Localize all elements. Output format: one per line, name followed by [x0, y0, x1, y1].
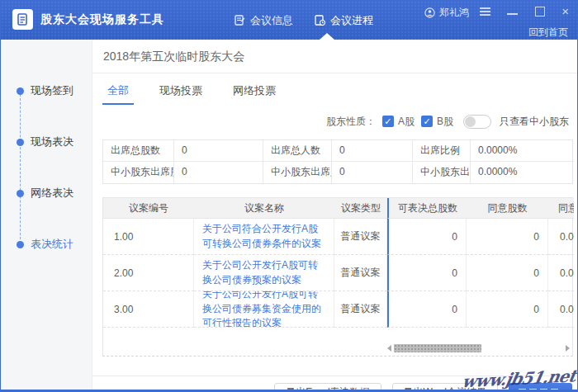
- checkbox-a-label: A股: [398, 115, 415, 129]
- proposal-no: 1.00: [103, 219, 194, 255]
- table-row: 2.00 关于公司公开发行A股可转换公司债券预案的议案 普通议案 0 0 0.0…: [103, 255, 572, 291]
- stat-value: 0.0000%: [471, 140, 574, 162]
- tab-network-votes[interactable]: 网络投票: [228, 81, 281, 105]
- proposal-name-link[interactable]: 关于公司公开发行A股可转换公司债券募集资金使用的可行性报告的议案: [194, 291, 334, 328]
- agree-ratio-value: 0.0000%: [548, 219, 574, 255]
- checkbox-b-label: B股: [437, 115, 453, 129]
- stat-value: 0.0000%: [471, 162, 574, 183]
- checkbox-checked-icon: ✓: [421, 116, 433, 127]
- menu-icon[interactable]: [480, 7, 490, 16]
- agree-shares-value: 0: [467, 219, 548, 255]
- agree-ratio-value: 0.0000%: [548, 255, 574, 291]
- vote-source-tabs: 全部 现场投票 网络投票: [92, 81, 577, 105]
- top-nav: 会议信息 会议进程: [235, 1, 373, 40]
- meeting-title: 2018年第五次临时股东大会: [92, 40, 577, 73]
- minimize-icon[interactable]: [507, 7, 518, 16]
- toggle-knob: [465, 116, 476, 127]
- col-header-votable-shares: 可表决总股数: [387, 198, 467, 219]
- stat-label: 中小股东出席股数: [103, 162, 174, 183]
- top-bar: 股东大会现场服务工具 会议信息: [1, 1, 577, 40]
- checkbox-a-shares[interactable]: ✓ A股: [382, 115, 415, 129]
- tab-all[interactable]: 全部: [102, 81, 134, 105]
- votable-shares-value: 0: [387, 255, 467, 291]
- scroll-left-icon[interactable]: [387, 345, 391, 352]
- user-menu[interactable]: 郑礼鸿: [424, 6, 469, 20]
- agree-ratio-value: 0.0000%: [548, 291, 574, 328]
- proposal-no: 3.00: [103, 291, 194, 328]
- step-dot-icon: [17, 139, 24, 146]
- step-label: 表决统计: [31, 237, 73, 252]
- proposal-no: 2.00: [103, 255, 194, 291]
- user-name: 郑礼鸿: [439, 6, 469, 20]
- stat-label: 中小股东出席比例: [413, 162, 471, 183]
- proposals-table: 议案编号 议案名称 议案类型 可表决总股数 同意股数 同意比例 1.00 关于公…: [102, 197, 573, 357]
- scroll-right-icon[interactable]: [566, 345, 570, 352]
- footer-buttons: 导出Excel表决数据 导出Word会议结果: [92, 376, 577, 392]
- step-dot-icon: [17, 87, 24, 95]
- window-controls: ×: [480, 7, 569, 16]
- nav-meeting-progress[interactable]: 会议进程: [315, 13, 373, 28]
- horizontal-scrollbar[interactable]: [387, 343, 570, 353]
- main-panel: 2018年第五次临时股东大会 全部 现场投票 网络投票 股东性质： ✓ A股 ✓…: [92, 40, 577, 390]
- export-excel-button[interactable]: 导出Excel表决数据: [274, 383, 381, 392]
- col-header-proposal-type: 议案类型: [334, 198, 387, 219]
- agree-shares-value: 0: [467, 255, 548, 291]
- proposal-name-link[interactable]: 关于公司符合公开发行A股可转换公司债券条件的议案: [194, 219, 334, 255]
- step-label: 现场签到: [31, 83, 73, 98]
- nav-meeting-info-label: 会议信息: [250, 13, 293, 28]
- scrollbar-thumb[interactable]: [394, 344, 481, 352]
- step-label: 网络表决: [31, 186, 73, 201]
- filter-label: 股东性质：: [326, 115, 376, 129]
- maximize-icon[interactable]: [534, 7, 545, 16]
- meeting-info-icon: [235, 15, 245, 26]
- attendance-stats-table: 出席总股数 0 出席总人数 0 出席比例 0.0000% 中小股东出席股数 0 …: [102, 139, 573, 184]
- sidebar-item-onsite-signin[interactable]: 现场签到: [1, 83, 92, 98]
- shareholder-filter-bar: 股东性质： ✓ A股 ✓ B股 只查看中小股东: [92, 113, 577, 130]
- proposal-type: 普通议案: [334, 219, 387, 255]
- toggle-label: 只查看中小股东: [500, 115, 569, 129]
- step-dot-icon: [17, 241, 24, 248]
- step-label: 现场表决: [31, 135, 73, 149]
- back-home-link[interactable]: 回到首页: [528, 26, 568, 40]
- agree-shares-value: 0: [467, 291, 548, 328]
- stat-label: 出席比例: [413, 140, 471, 162]
- checkbox-b-shares[interactable]: ✓ B股: [421, 115, 453, 129]
- app-title: 股东大会现场服务工具: [40, 12, 164, 27]
- stat-value: 0: [332, 162, 413, 183]
- checkbox-checked-icon: ✓: [382, 116, 394, 127]
- proposal-name-link[interactable]: 关于公司公开发行A股可转换公司债券预案的议案: [194, 255, 334, 291]
- proposal-type: 普通议案: [334, 291, 387, 328]
- sidebar-item-voting-statistics[interactable]: 表决统计: [1, 237, 92, 252]
- export-word-button[interactable]: 导出Word会议结果: [392, 383, 498, 392]
- sidebar-stepper: 现场签到 现场表决 网络表决 表决统计: [1, 40, 92, 390]
- col-header-agree-shares: 同意股数: [467, 198, 548, 219]
- stat-label: 中小股东出席人数: [263, 162, 332, 183]
- stat-value: 0: [332, 140, 413, 162]
- stat-label: 出席总股数: [103, 140, 174, 162]
- proposals-table-header: 议案编号 议案名称 议案类型 可表决总股数 同意股数 同意比例: [103, 198, 572, 219]
- step-dot-icon: [17, 190, 24, 197]
- primary-action-button[interactable]: [509, 383, 572, 392]
- table-filler: [103, 328, 572, 356]
- app-window: 股东大会现场服务工具 会议信息: [0, 0, 578, 392]
- sidebar-item-network-voting[interactable]: 网络表决: [1, 186, 92, 201]
- table-row: 1.00 关于公司符合公开发行A股可转换公司债券条件的议案 普通议案 0 0 0…: [103, 219, 572, 255]
- stepper-connector: [20, 90, 21, 243]
- app-brand: 股东大会现场服务工具: [12, 9, 164, 30]
- col-header-proposal-name: 议案名称: [194, 198, 334, 219]
- meeting-progress-icon: [315, 15, 325, 26]
- col-header-agree-ratio: 同意比例: [548, 198, 574, 219]
- small-shareholders-toggle[interactable]: [463, 115, 491, 129]
- sidebar-item-onsite-voting[interactable]: 现场表决: [1, 135, 92, 149]
- stat-label: 出席总人数: [263, 140, 332, 162]
- close-icon[interactable]: ×: [561, 7, 569, 16]
- primary-button-obscured-label: [519, 389, 561, 392]
- nav-meeting-progress-label: 会议进程: [330, 13, 373, 28]
- votable-shares-value: 0: [387, 291, 467, 328]
- tab-onsite-votes[interactable]: 现场投票: [154, 81, 207, 105]
- table-row: 3.00 关于公司公开发行A股可转换公司债券募集资金使用的可行性报告的议案 普通…: [103, 291, 572, 328]
- stat-value: 0: [174, 162, 263, 183]
- user-avatar-icon: [424, 7, 435, 18]
- nav-meeting-info[interactable]: 会议信息: [235, 13, 293, 28]
- app-logo-icon: [12, 9, 33, 30]
